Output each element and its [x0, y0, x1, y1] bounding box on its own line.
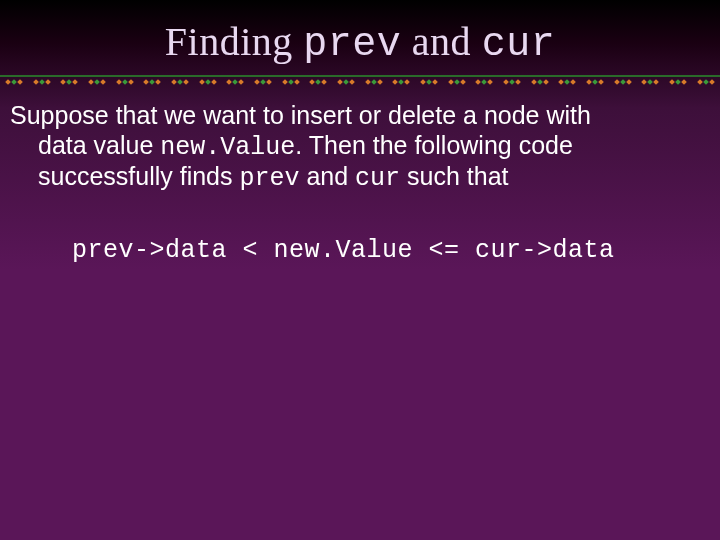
title-text-2: and: [401, 19, 481, 64]
divider-ornament: [0, 78, 720, 86]
title-text-1: Finding: [165, 19, 303, 64]
code-expression: prev->data < new.Value <= cur->data: [0, 236, 720, 265]
divider-line: [0, 75, 720, 87]
body-line-3a: successfully finds: [38, 162, 239, 190]
body-line-2: data value new.Value. Then the following…: [10, 131, 710, 163]
body-line-2b: . Then the following code: [295, 131, 573, 159]
body-code-cur: cur: [355, 164, 400, 193]
body-line-2a: data value: [38, 131, 160, 159]
title-code-prev: prev: [303, 22, 401, 67]
body-code-prev: prev: [239, 164, 299, 193]
body-line-3: successfully finds prev and cur such tha…: [10, 162, 710, 194]
body-line-3c: such that: [400, 162, 508, 190]
body-line-1: Suppose that we want to insert or delete…: [10, 101, 710, 131]
body-paragraph: Suppose that we want to insert or delete…: [0, 101, 720, 194]
body-line-3b: and: [299, 162, 355, 190]
slide-title: Finding prev and cur: [165, 19, 555, 64]
title-container: Finding prev and cur: [0, 0, 720, 73]
title-code-cur: cur: [482, 22, 556, 67]
body-code-newvalue: new.Value: [160, 133, 295, 162]
